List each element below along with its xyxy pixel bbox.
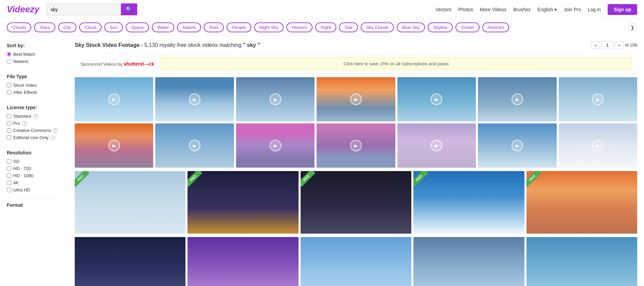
video-thumb-pro-5[interactable] — [526, 171, 637, 234]
file-type-after-effects[interactable]: After Effects — [7, 90, 61, 95]
search-bar: 🔍 — [46, 3, 137, 15]
play-button-10[interactable]: ▶ — [270, 140, 281, 151]
video-thumb-row3-5[interactable] — [526, 237, 637, 286]
tag-sky-clouds[interactable]: Sky Clouds — [361, 22, 394, 32]
play-button-2[interactable]: ▶ — [189, 94, 200, 105]
video-thumb-row3-3[interactable] — [301, 237, 411, 286]
video-thumb-9[interactable]: ▶ — [155, 123, 234, 168]
license-group: Standard ? Pro ? Creative Commons ? Edit… — [7, 114, 61, 140]
resolution-hd720[interactable]: HD - 720 — [7, 166, 61, 171]
video-thumb-row3-1[interactable] — [75, 237, 185, 286]
sort-newest[interactable]: Newest — [7, 59, 61, 64]
tag-night-sky[interactable]: Night Sky — [254, 22, 284, 32]
file-type-stock-video[interactable]: Stock Video — [7, 83, 61, 88]
content-subtitle: - 5,130 royalty free stock videos matchi… — [141, 42, 260, 48]
search-button[interactable]: 🔍 — [121, 3, 137, 15]
shutterstock-logo[interactable]: shutterst⸻ck — [124, 61, 154, 67]
tag-rain[interactable]: Rain — [204, 22, 224, 32]
tag-skyline[interactable]: Skyline — [428, 22, 453, 32]
join-pro-link[interactable]: Join Pro — [564, 7, 581, 12]
play-button-13[interactable]: ▶ — [512, 140, 523, 151]
nav-vectors[interactable]: Vectors — [435, 7, 451, 12]
tag-city[interactable]: City — [58, 22, 76, 32]
video-thumb-8[interactable]: ▶ — [75, 123, 153, 168]
video-thumb-10[interactable]: ▶ — [236, 123, 315, 168]
play-button-3[interactable]: ▶ — [270, 94, 281, 105]
pro-help-icon[interactable]: ? — [22, 121, 27, 126]
tag-heaven[interactable]: Heaven — [286, 22, 312, 32]
video-thumb-7[interactable]: ▶ — [559, 77, 637, 121]
pro-badge-3 — [301, 171, 321, 191]
standard-help-icon[interactable]: ? — [33, 114, 38, 119]
cc-help-icon[interactable]: ? — [53, 128, 58, 133]
sort-radio-group: Best Match Newest — [7, 52, 61, 64]
video-thumb-5[interactable]: ▶ — [397, 77, 476, 121]
tag-star[interactable]: Star — [339, 22, 358, 32]
video-thumb-pro-1[interactable] — [75, 171, 185, 234]
tag-abstract[interactable]: Abstract — [482, 22, 509, 32]
play-button-7[interactable]: ▶ — [592, 94, 604, 105]
page-input[interactable] — [601, 41, 613, 49]
license-editorial-use-only[interactable]: Editorial Use Only ? — [7, 135, 61, 140]
tag-stars[interactable]: Stars — [34, 22, 55, 32]
video-thumb-1[interactable]: ▶ — [75, 77, 153, 121]
tag-cloud[interactable]: Cloud — [79, 22, 102, 32]
resolution-sd[interactable]: SD — [7, 159, 61, 164]
play-button-4[interactable]: ▶ — [350, 94, 362, 105]
resolution-group: SD HD - 720 HD - 1080 4K Ultra HD — [7, 159, 61, 192]
video-thumb-pro-4[interactable] — [413, 171, 524, 234]
nav-more-videos[interactable]: More Videos — [480, 7, 506, 12]
tag-people[interactable]: People — [227, 22, 251, 32]
play-button-12[interactable]: ▶ — [431, 140, 442, 151]
video-thumb-6[interactable]: ▶ — [478, 77, 556, 121]
play-button-1[interactable]: ▶ — [108, 94, 120, 105]
resolution-ultra-hd[interactable]: Ultra HD — [7, 187, 61, 192]
tag-water[interactable]: Water — [152, 22, 174, 32]
video-thumb-4[interactable]: ▶ — [317, 77, 395, 121]
resolution-4k[interactable]: 4K — [7, 180, 61, 185]
resolution-hd1080[interactable]: HD - 1080 — [7, 173, 61, 178]
video-thumb-row3-2[interactable] — [187, 237, 298, 286]
tag-space[interactable]: Space — [126, 22, 149, 32]
play-button-14[interactable]: ▶ — [592, 140, 604, 151]
page-first-button[interactable]: « — [591, 41, 600, 49]
tag-ocean[interactable]: Ocean — [455, 22, 479, 32]
nav-brushes[interactable]: Brushes — [513, 7, 531, 12]
log-in-link[interactable]: Log in — [588, 7, 601, 12]
nav-photos[interactable]: Photos — [458, 7, 473, 12]
video-thumb-2[interactable]: ▶ — [155, 77, 234, 121]
tag-nature[interactable]: Nature — [177, 22, 201, 32]
content-area: Sky Stock Video Footage - 5,130 royalty … — [68, 36, 644, 286]
video-thumb-12[interactable]: ▶ — [397, 123, 476, 168]
promo-banner[interactable]: Click here to save 15% on all subscripti… — [161, 57, 631, 70]
tag-blue-sky[interactable]: Blue Sky — [397, 22, 425, 32]
sponsored-text: Sponsored Videos by shutterst⸻ck — [80, 61, 154, 67]
tag-next-button[interactable]: ❯ — [628, 23, 637, 32]
language-selector[interactable]: English ▾ — [537, 7, 557, 12]
sort-best-match[interactable]: Best Match — [7, 52, 61, 57]
play-button-6[interactable]: ▶ — [512, 94, 523, 105]
play-button-11[interactable]: ▶ — [350, 140, 362, 151]
video-thumb-13[interactable]: ▶ — [478, 123, 556, 168]
video-thumb-14[interactable]: ▶ — [559, 123, 637, 168]
play-button-8[interactable]: ▶ — [108, 140, 120, 151]
play-button-5[interactable]: ▶ — [431, 94, 442, 105]
page-next-button[interactable]: » — [615, 41, 623, 49]
play-button-9[interactable]: ▶ — [189, 140, 200, 151]
video-thumb-row3-4[interactable] — [413, 237, 524, 286]
video-thumb-pro-2[interactable] — [187, 171, 298, 234]
video-thumb-pro-3[interactable] — [301, 171, 411, 234]
tag-clouds[interactable]: Clouds — [7, 22, 31, 32]
license-standard[interactable]: Standard ? — [7, 114, 61, 119]
logo[interactable]: Videezy — [7, 4, 39, 15]
tag-sun[interactable]: Sun — [104, 22, 123, 32]
pro-badge-4 — [413, 171, 434, 191]
license-pro[interactable]: Pro ? — [7, 121, 61, 126]
video-thumb-3[interactable]: ▶ — [236, 77, 315, 121]
license-creative-commons[interactable]: Creative Commons ? — [7, 128, 61, 133]
search-input[interactable] — [46, 4, 121, 15]
signup-button[interactable]: Sign up — [608, 4, 637, 15]
video-thumb-11[interactable]: ▶ — [317, 123, 395, 168]
tag-night[interactable]: Night — [315, 22, 336, 32]
editorial-help-icon[interactable]: ? — [51, 135, 55, 140]
